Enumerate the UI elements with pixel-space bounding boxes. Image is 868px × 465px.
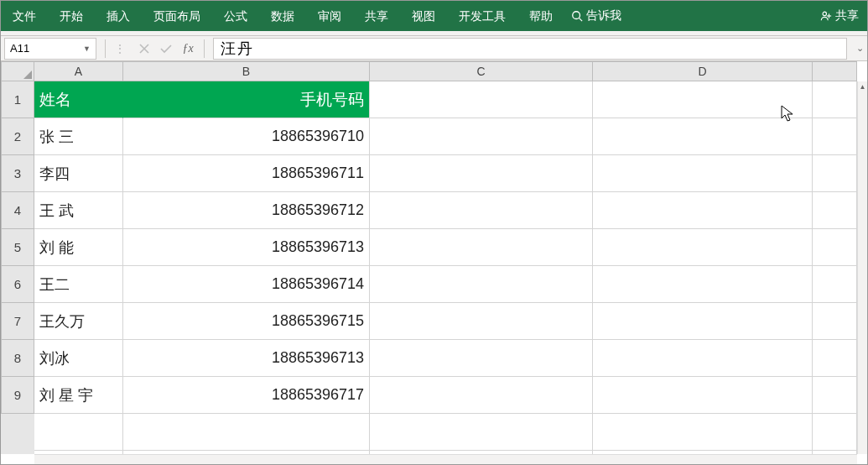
cell[interactable] xyxy=(813,155,857,192)
cell[interactable] xyxy=(593,303,813,340)
cell[interactable]: 李四 xyxy=(34,155,123,192)
cell[interactable] xyxy=(123,414,370,451)
cancel-button[interactable] xyxy=(133,38,155,60)
col-header-A[interactable]: A xyxy=(34,61,123,81)
row-header-7[interactable]: 7 xyxy=(1,303,34,340)
tab-home[interactable]: 开始 xyxy=(48,1,95,31)
row-header-1[interactable]: 1 xyxy=(1,81,34,118)
search-icon xyxy=(571,10,583,22)
cell[interactable]: 王二 xyxy=(34,266,123,303)
expand-formula-bar[interactable]: ⌄ xyxy=(852,43,867,54)
cell[interactable]: 王久万 xyxy=(34,303,123,340)
cell[interactable] xyxy=(593,266,813,303)
name-box-dropdown-icon[interactable]: ▼ xyxy=(83,44,91,53)
cell[interactable] xyxy=(370,303,593,340)
cell[interactable] xyxy=(370,377,593,414)
tab-data[interactable]: 数据 xyxy=(259,1,306,31)
cell[interactable] xyxy=(813,414,857,451)
cell[interactable]: 刘 能 xyxy=(34,229,123,266)
cell[interactable]: 张 三 xyxy=(34,118,123,155)
cell[interactable]: 18865396714 xyxy=(123,266,370,303)
separator xyxy=(204,39,205,58)
row-header-2[interactable]: 2 xyxy=(1,118,34,155)
cell[interactable] xyxy=(370,81,593,118)
svg-point-0 xyxy=(573,12,580,19)
cell[interactable] xyxy=(593,192,813,229)
vertical-scrollbar[interactable]: ▲ xyxy=(857,81,867,454)
cell[interactable]: 18865396713 xyxy=(123,229,370,266)
fx-button[interactable]: ƒx xyxy=(177,38,199,60)
separator xyxy=(105,39,106,58)
row-header-4[interactable]: 4 xyxy=(1,192,34,229)
row-header-8[interactable]: 8 xyxy=(1,340,34,377)
tab-view[interactable]: 视图 xyxy=(400,1,447,31)
cell[interactable] xyxy=(370,266,593,303)
tab-page-layout[interactable]: 页面布局 xyxy=(142,1,212,31)
tab-developer[interactable]: 开发工具 xyxy=(447,1,517,31)
enter-button[interactable] xyxy=(155,38,177,60)
tab-formulas[interactable]: 公式 xyxy=(212,1,259,31)
scroll-up-icon[interactable]: ▲ xyxy=(858,81,867,91)
cell[interactable]: 18865396711 xyxy=(123,155,370,192)
horizontal-scrollbar[interactable] xyxy=(34,454,857,464)
cell[interactable] xyxy=(593,81,813,118)
tell-me-search[interactable]: 告诉我 xyxy=(564,8,628,24)
table-row: 李四18865396711 xyxy=(34,155,857,192)
col-header-B[interactable]: B xyxy=(123,61,370,81)
cell[interactable] xyxy=(593,229,813,266)
cell[interactable] xyxy=(813,118,857,155)
svg-point-2 xyxy=(823,12,826,15)
cell[interactable]: 18865396717 xyxy=(123,377,370,414)
row-header-3[interactable]: 3 xyxy=(1,155,34,192)
cell[interactable] xyxy=(370,192,593,229)
row-header-5[interactable]: 5 xyxy=(1,229,34,266)
cell[interactable] xyxy=(813,81,857,118)
cell[interactable] xyxy=(593,377,813,414)
cell[interactable] xyxy=(813,303,857,340)
cell[interactable] xyxy=(34,414,123,451)
row-header-9[interactable]: 9 xyxy=(1,377,34,414)
check-icon xyxy=(160,44,172,54)
cell[interactable] xyxy=(593,414,813,451)
tab-help[interactable]: 帮助 xyxy=(517,1,564,31)
cell[interactable] xyxy=(370,414,593,451)
cell[interactable]: 刘冰 xyxy=(34,340,123,377)
cell[interactable]: 18865396715 xyxy=(123,303,370,340)
cell[interactable]: 18865396713 xyxy=(123,340,370,377)
cell[interactable]: 刘 星 宇 xyxy=(34,377,123,414)
cell[interactable] xyxy=(593,340,813,377)
cell[interactable] xyxy=(813,266,857,303)
select-all-corner[interactable] xyxy=(1,61,34,81)
name-box[interactable]: A11 ▼ xyxy=(4,38,96,60)
col-header-extra[interactable] xyxy=(813,61,857,81)
cell[interactable] xyxy=(370,229,593,266)
row-header-6[interactable]: 6 xyxy=(1,266,34,303)
tab-file[interactable]: 文件 xyxy=(1,1,48,31)
share-label: 共享 xyxy=(835,8,859,24)
table-row: 王 武18865396712 xyxy=(34,192,857,229)
cell[interactable] xyxy=(370,340,593,377)
cell[interactable] xyxy=(593,155,813,192)
cell[interactable]: 18865396712 xyxy=(123,192,370,229)
cells-area[interactable]: 姓名手机号码张 三18865396710李四18865396711王 武1886… xyxy=(34,81,857,454)
cell[interactable]: 18865396710 xyxy=(123,118,370,155)
cell[interactable] xyxy=(813,340,857,377)
cell[interactable] xyxy=(593,118,813,155)
cell[interactable] xyxy=(813,229,857,266)
cell[interactable]: 王 武 xyxy=(34,192,123,229)
cell[interactable] xyxy=(813,377,857,414)
share-button[interactable]: 共享 xyxy=(812,8,867,24)
tab-review[interactable]: 审阅 xyxy=(306,1,353,31)
cell[interactable]: 姓名 xyxy=(34,81,123,118)
cell[interactable] xyxy=(370,118,593,155)
cell[interactable]: 手机号码 xyxy=(123,81,370,118)
tab-share[interactable]: 共享 xyxy=(353,1,400,31)
formula-input[interactable]: 汪丹 xyxy=(213,38,847,60)
col-header-D[interactable]: D xyxy=(593,61,813,81)
cell[interactable] xyxy=(813,192,857,229)
col-header-C[interactable]: C xyxy=(370,61,593,81)
table-row: 王二18865396714 xyxy=(34,266,857,303)
person-share-icon xyxy=(820,10,832,22)
tab-insert[interactable]: 插入 xyxy=(95,1,142,31)
cell[interactable] xyxy=(370,155,593,192)
